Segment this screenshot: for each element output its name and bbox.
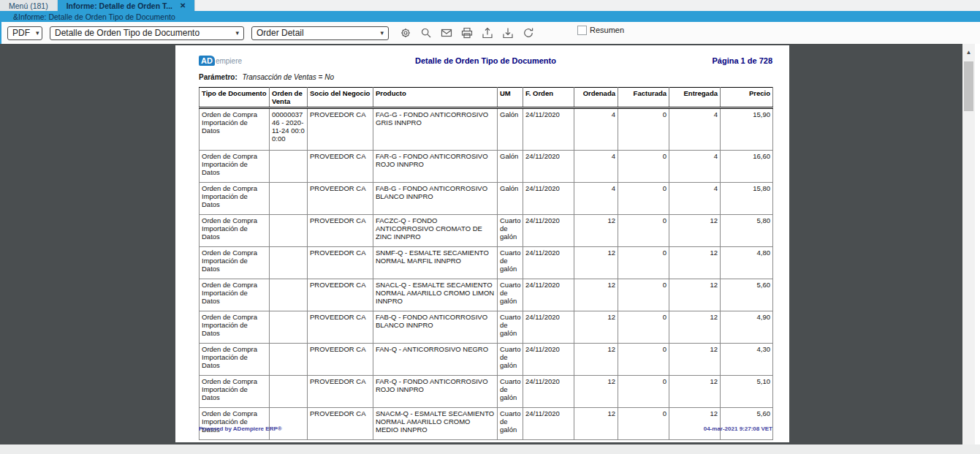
cell-forden: 24/11/2020 [523, 344, 574, 376]
cell-um: Galón [498, 183, 523, 215]
tab-bar: Menú (181)Informe: Detalle de Orden T...… [0, 0, 980, 11]
cell-precio: 4,90 [721, 311, 773, 344]
cell-forden: 24/11/2020 [523, 247, 574, 279]
cell-um: Galón [498, 151, 523, 183]
cell-orden [270, 376, 308, 408]
cell-um: Cuarto de galón [498, 376, 523, 408]
scrollbar-thumb[interactable] [964, 61, 973, 111]
cell-entregada: 12 [669, 344, 721, 376]
cell-entregada: 4 [669, 151, 721, 183]
column-header-tipo: Tipo de Documento [200, 88, 270, 108]
cell-ordenada: 12 [574, 344, 618, 376]
cell-ordenada: 4 [574, 108, 618, 151]
cell-forden: 24/11/2020 [523, 215, 574, 247]
toolbar-icons [399, 26, 535, 39]
tab-1[interactable]: Informe: Detalle de Orden T...✕ [58, 0, 196, 11]
cell-orden [270, 408, 308, 440]
cell-orden [270, 247, 308, 279]
cell-precio: 5,60 [721, 279, 773, 311]
scroll-up-arrow-icon[interactable]: ▲ [962, 48, 975, 58]
cell-ordenada: 4 [574, 151, 618, 183]
refresh-icon[interactable] [522, 26, 535, 39]
window-title: &Informe: Detalle de Orden Tipo de Docum… [13, 12, 175, 21]
cell-facturada: 0 [618, 311, 669, 344]
column-header-precio: Precio [721, 88, 773, 108]
cell-tipo: Orden de Compra Importación de Datos [200, 344, 270, 376]
cell-forden: 24/11/2020 [523, 311, 574, 344]
cell-entregada: 12 [669, 376, 721, 408]
cell-producto: FAR-G - FONDO ANTICORROSIVO ROJO INNPRO [373, 151, 498, 183]
cell-precio: 5,60 [721, 408, 773, 440]
cell-tipo: Orden de Compra Importación de Datos [200, 311, 270, 344]
find-icon[interactable] [419, 26, 433, 39]
parameter-label: Parámetro: [199, 73, 238, 81]
cell-socio: PROVEEDOR CA [308, 344, 373, 376]
cell-facturada: 0 [618, 247, 669, 279]
tab-label: Informe: Detalle de Orden T... [67, 1, 172, 10]
tab-0[interactable]: Menú (181) [0, 0, 58, 11]
cell-precio: 5,80 [721, 215, 773, 247]
cell-precio: 16,60 [721, 151, 773, 183]
table-row: Orden de Compra Importación de DatosPROV… [200, 408, 773, 440]
cell-um: Cuarto de galón [498, 311, 523, 344]
cell-producto: FAR-Q - FONDO ANTICORROSIVO ROJO INNPRO [373, 376, 498, 408]
report-title: Detalle de Orden Tipo de Documento [345, 56, 626, 65]
chevron-down-icon: ▾ [380, 29, 384, 37]
cell-socio: PROVEEDOR CA [308, 376, 373, 408]
summary-checkbox[interactable] [577, 26, 587, 35]
report-toolbar: PDF ▾ Detalle de Orden Tipo de Documento… [0, 22, 980, 44]
column-header-facturada: Facturada [618, 88, 669, 108]
archive-icon[interactable] [501, 26, 514, 39]
cell-ordenada: 12 [574, 311, 618, 344]
table-row: Orden de Compra Importación de DatosPROV… [200, 183, 773, 215]
cell-precio: 15,80 [721, 183, 773, 215]
cell-um: Cuarto de galón [498, 247, 523, 279]
cell-precio: 4,30 [721, 344, 773, 376]
report-select[interactable]: Detalle de Orden Tipo de Documento ▾ [50, 26, 244, 40]
format-select[interactable]: PDF ▾ [7, 26, 42, 40]
cell-orden [270, 183, 308, 215]
summary-option: Resumen [577, 26, 624, 35]
table-row: Orden de Compra Importación de DatosPROV… [200, 151, 773, 183]
cell-socio: PROVEEDOR CA [308, 311, 373, 344]
mail-icon[interactable] [440, 26, 453, 39]
cell-facturada: 0 [618, 344, 669, 376]
cell-entregada: 12 [669, 215, 721, 247]
table-row: Orden de Compra Importación de DatosPROV… [200, 247, 773, 279]
table-row: Orden de Compra Importación de DatosPROV… [200, 215, 773, 247]
cell-um: Galón [498, 108, 523, 151]
cell-producto: SNACL-Q - ESMALTE SECAMIENTO NORMAL AMAR… [373, 279, 498, 311]
tab-close-icon[interactable]: ✕ [180, 1, 186, 10]
vertical-scrollbar[interactable]: ▲ [962, 44, 975, 444]
cell-forden: 24/11/2020 [523, 279, 574, 311]
table-row: Orden de Compra Importación de DatosPROV… [200, 311, 773, 344]
report-header: AD empiere Detalle de Orden Tipo de Docu… [199, 53, 772, 69]
report-select-value: Detalle de Orden Tipo de Documento [55, 28, 200, 38]
cell-producto: FAN-Q - ANTICORROSIVO NEGRO [373, 344, 498, 376]
cell-tipo: Orden de Compra Importación de Datos [200, 279, 270, 311]
cell-orden: 0000003746 - 2020-11-24 00:00:00 [270, 108, 308, 151]
view-select[interactable]: Order Detail ▾ [251, 26, 389, 40]
cell-forden: 24/11/2020 [523, 183, 574, 215]
tab-label: Menú (181) [9, 1, 48, 10]
cell-producto: FAG-G - FONDO ANTICORROSIVO GRIS INNPRO [373, 108, 498, 151]
cell-producto: FACZC-Q - FONDO ANTICORROSIVO CROMATO DE… [373, 215, 498, 247]
cell-orden [270, 279, 308, 311]
cell-facturada: 0 [618, 151, 669, 183]
export-icon[interactable] [481, 26, 494, 39]
column-header-producto: Producto [373, 88, 498, 108]
cell-facturada: 0 [618, 376, 669, 408]
cell-ordenada: 4 [574, 183, 618, 215]
view-select-value: Order Detail [257, 28, 304, 38]
cell-ordenada: 12 [574, 215, 618, 247]
cell-forden: 24/11/2020 [523, 151, 574, 183]
print-icon[interactable] [460, 26, 474, 39]
cell-facturada: 0 [618, 215, 669, 247]
cell-forden: 24/11/2020 [523, 376, 574, 408]
report-viewport: AD empiere Detalle de Orden Tipo de Docu… [0, 44, 980, 444]
settings-icon[interactable] [399, 26, 412, 39]
cell-um: Cuarto de galón [498, 408, 523, 440]
chevron-down-icon: ▾ [235, 29, 239, 37]
cell-tipo: Orden de Compra Importación de Datos [200, 408, 270, 440]
cell-forden: 24/11/2020 [523, 408, 574, 440]
